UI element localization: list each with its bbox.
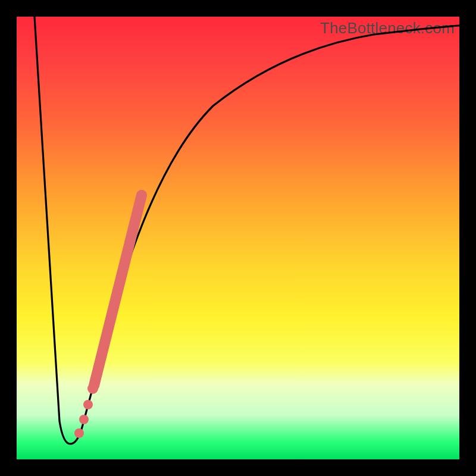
chart-plot-area: TheBottleneck.com (17, 17, 459, 459)
highlight-dot (79, 415, 89, 424)
chart-svg (17, 17, 459, 459)
highlight-dot (83, 400, 93, 409)
highlight-dot (87, 383, 98, 394)
highlight-segment (94, 195, 142, 386)
highlight-dot (74, 428, 84, 438)
chart-frame: TheBottleneck.com (0, 0, 476, 476)
